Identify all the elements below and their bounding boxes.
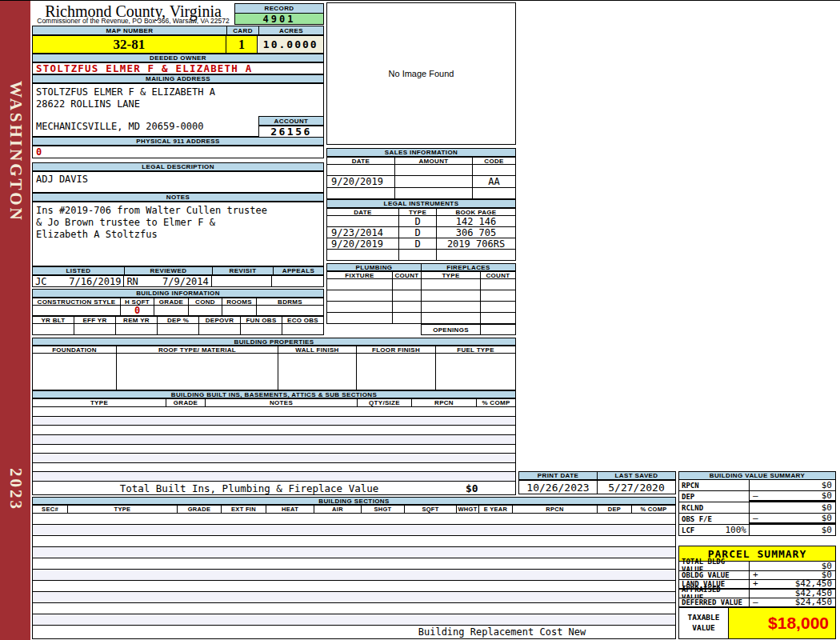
fuel-type-value <box>436 354 515 390</box>
mailing-line-2: 28622 ROLLINS LANE <box>36 98 140 110</box>
fireplaces-title: FIREPLACES <box>421 263 516 271</box>
depovr-value <box>199 324 241 334</box>
cond-label: COND <box>189 298 222 305</box>
section-dep-label: DEP <box>598 506 632 513</box>
bdrms-value <box>257 306 323 315</box>
remyr-label: REM YR <box>116 317 158 323</box>
empty-row <box>33 514 675 525</box>
mailing-line-1: STOLTZFUS ELMER F & ELIZABETH A <box>36 86 215 98</box>
empty-row <box>33 454 515 463</box>
openings-label: OPENINGS <box>422 325 481 334</box>
dep-pct-label: DEP % <box>158 317 199 323</box>
cond-value <box>189 306 222 315</box>
sec-num-label: SEC# <box>33 506 68 513</box>
building-sections-title: BUILDING SECTIONS <box>32 497 676 505</box>
physical-address-label: PHYSICAL 911 ADDRESS <box>32 137 324 146</box>
shgt-label: SHGT <box>362 506 405 513</box>
sales-row: 9/20/2019 AA <box>326 176 516 188</box>
spine-state-label: WASHINGTON <box>6 81 26 222</box>
rooms-value <box>222 306 257 315</box>
notes-label: NOTES <box>32 193 324 202</box>
listed-label: LISTED <box>32 266 124 275</box>
acres-value: 10.0000 <box>258 36 323 53</box>
grade-label: GRADE <box>154 298 189 305</box>
effyr-label: EFF YR <box>74 317 116 323</box>
funobs-value <box>241 324 282 334</box>
builtin-notes-label: NOTES <box>206 399 358 406</box>
mailing-address-label: MAILING ADDRESS <box>32 74 324 83</box>
notes-line-3: Elizabeth A Stoltzfus <box>36 229 158 240</box>
eyear-label: E YEAR <box>479 506 513 513</box>
bdrms-label: BDRMS <box>257 298 323 305</box>
map-number-label: MAP NUMBER <box>32 26 226 35</box>
notes-line-2: & Jo Brown trustee to Elmer F & <box>36 217 215 228</box>
instrument-bookpage-label: BOOK PAGE <box>437 209 515 215</box>
fireplace-type-label: TYPE <box>422 272 481 278</box>
whgt-label: WHGT <box>457 506 479 513</box>
revisit-value <box>212 276 273 286</box>
construction-style-label: CONSTRUCTION STYLE <box>33 298 121 305</box>
building-replacement-label: Building Replacement Cost New <box>33 626 675 638</box>
instrument-row <box>326 250 516 261</box>
spine-year-label: 2023 <box>6 468 26 511</box>
plumbing-fireplace-row <box>326 302 516 313</box>
taxable-label-line1: TAXABLE <box>687 613 719 622</box>
summary-row-obs: OBS F/E –$0 <box>678 514 836 525</box>
rooms-label: ROOMS <box>222 298 257 305</box>
funobs-label: FUN OBS <box>241 317 282 323</box>
dep-pct-value <box>158 324 199 334</box>
wall-finish-value <box>278 354 357 390</box>
card-label: CARD <box>226 26 258 35</box>
ext-fin-label: EXT FIN <box>222 506 266 513</box>
empty-row <box>33 426 515 435</box>
sales-row <box>326 188 516 199</box>
foundation-label: FOUNDATION <box>33 346 117 353</box>
acres-label: ACRES <box>258 26 324 35</box>
appeals-value <box>272 276 323 286</box>
print-date-label: PRINT DATE <box>518 471 597 480</box>
empty-row <box>33 614 675 625</box>
yrblt-label: YR BLT <box>33 317 74 323</box>
sqft-label: SQFT <box>405 506 457 513</box>
physical-address-value: 0 <box>33 146 323 158</box>
plumbing-title: PLUMBING <box>326 263 421 271</box>
hsqft-label: H SQFT <box>121 298 154 305</box>
builtin-qty-label: QTY/SIZE <box>358 399 412 406</box>
notes-line-1: Ins #2019-706 from Walter Cullen trustee <box>36 205 267 216</box>
empty-row <box>33 570 675 581</box>
instrument-row: 9/23/2014 D 306 705 <box>326 227 516 238</box>
legal-description-box: ADJ DAVIS <box>32 171 324 193</box>
summary-row-lcf: LCF100% $0 <box>678 525 836 536</box>
wall-finish-label: WALL FINISH <box>278 346 357 353</box>
air-label: AIR <box>314 506 362 513</box>
reviewed-date: 7/9/2014 <box>162 276 209 286</box>
empty-row <box>33 592 675 603</box>
summary-row-rclnd: RCLND $0 <box>678 502 836 514</box>
grade-value <box>154 306 189 315</box>
effyr-value <box>74 324 116 334</box>
last-saved-label: LAST SAVED <box>597 471 676 480</box>
notes-box: Ins #2019-706 from Walter Cullen trustee… <box>32 202 324 266</box>
roof-type-label: ROOF TYPE/ MATERIAL <box>117 346 278 353</box>
empty-row <box>33 536 675 547</box>
hsqft-value: 0 <box>121 306 154 315</box>
floor-finish-value <box>357 354 436 390</box>
parcel-row-taxable: TAXABLE VALUE $18,000 <box>679 608 835 638</box>
photo-placeholder: No Image Found <box>326 2 516 145</box>
reviewed-label: REVIEWED <box>124 266 212 275</box>
listed-date: 7/16/2019 <box>69 276 121 286</box>
empty-row <box>33 435 515 445</box>
building-value-summary-title: BUILDING VALUE SUMMARY <box>678 471 836 480</box>
construction-style-value <box>33 306 121 315</box>
commissioner-line: Commissioner of the Revenue, PO Box 366,… <box>32 17 234 25</box>
record-value: 4901 <box>234 13 324 25</box>
legal-instruments-title: LEGAL INSTRUMENTS <box>326 199 516 208</box>
county-title: Richmond County, Virginia <box>32 2 234 17</box>
last-saved-value: 5/27/2020 <box>598 481 675 494</box>
instrument-type-label: TYPE <box>399 209 437 215</box>
revisit-label: REVISIT <box>212 266 273 275</box>
taxable-value: $18,000 <box>729 608 835 638</box>
plumbing-fireplace-row <box>326 290 516 302</box>
year-spine: WASHINGTON 2023 <box>0 1 30 640</box>
ecoobs-value <box>282 324 323 334</box>
